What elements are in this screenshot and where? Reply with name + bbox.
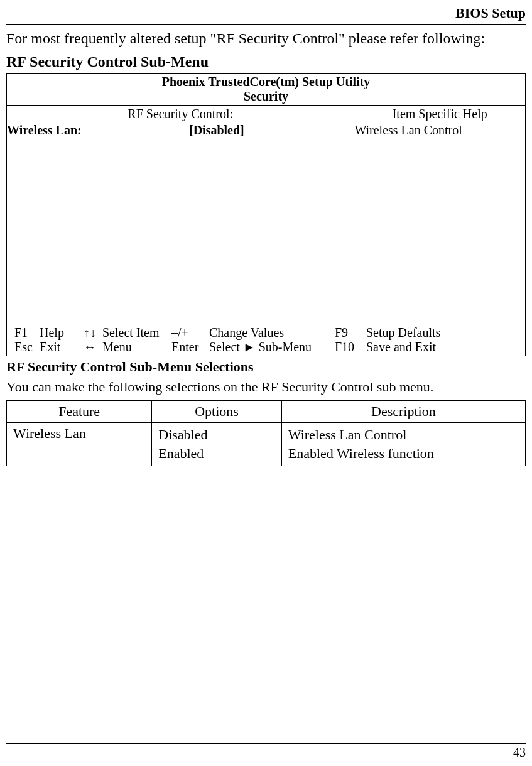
select-item-label: Select Item [101,326,170,340]
col-options: Options [152,401,282,423]
arrows-up-down-icon: ↑↓ [82,326,101,340]
wireless-lan-label: Wireless Lan: [7,123,189,138]
select-submenu-label: Select ► Sub-Menu [208,340,334,354]
cell-feature: Wireless Lan [7,423,152,466]
f9-key: F9 [334,326,365,340]
table-row: Wireless Lan Disabled Enabled Wireless L… [7,423,526,466]
wireless-lan-row[interactable]: Wireless Lan: [Disabled] [7,123,354,138]
desc-line-1: Wireless Lan Control [288,425,519,444]
utility-subtitle: Security [7,89,525,105]
wireless-lan-value[interactable]: [Disabled] [189,123,244,138]
footer-divider [6,743,526,744]
page-footer: 43 [6,743,526,760]
help-text: Wireless Lan Control [354,123,525,138]
bios-footer: F1 Help ↑↓ Select Item –/+ Change Values… [7,324,526,356]
esc-label: Exit [38,340,82,354]
intro-paragraph: For most frequently altered setup "RF Se… [6,28,526,48]
f10-label: Save and Exit [365,340,465,354]
option-disabled: Disabled [158,425,275,444]
section-left-label: RF Security Control: [7,106,354,123]
table-header-row: Feature Options Description [7,401,526,423]
header-divider [6,24,526,25]
selections-table: Feature Options Description Wireless Lan… [6,400,526,466]
f1-key: F1 [13,326,38,340]
col-feature: Feature [7,401,152,423]
esc-key: Esc [13,340,38,354]
f10-key: F10 [334,340,365,354]
f9-label: Setup Defaults [365,326,465,340]
bios-utility-table: Phoenix TrustedCore(tm) Setup Utility Se… [6,73,526,356]
col-description: Description [281,401,525,423]
bios-body-right: Wireless Lan Control [354,123,526,324]
selections-heading: RF Security Control Sub-Menu Selections [6,359,526,375]
arrows-left-right-icon: ↔ [82,340,101,354]
option-enabled: Enabled [158,444,275,463]
page-number: 43 [6,745,526,760]
menu-label: Menu [101,340,170,354]
bios-body-left: Wireless Lan: [Disabled] [7,123,354,324]
submenu-heading: RF Security Control Sub-Menu [6,53,526,70]
f1-label: Help [38,326,82,340]
section-right-label: Item Specific Help [354,106,525,123]
minus-plus-key: –/+ [170,326,208,340]
cell-description: Wireless Lan Control Enabled Wireless fu… [281,423,525,466]
enter-key: Enter [170,340,208,354]
page-header-title: BIOS Setup [6,0,526,21]
utility-title: Phoenix TrustedCore(tm) Setup Utility [7,74,525,89]
selections-intro: You can make the following selections on… [6,379,526,395]
change-values-label: Change Values [208,326,334,340]
cell-options: Disabled Enabled [152,423,282,466]
desc-line-2: Enabled Wireless function [288,444,519,463]
